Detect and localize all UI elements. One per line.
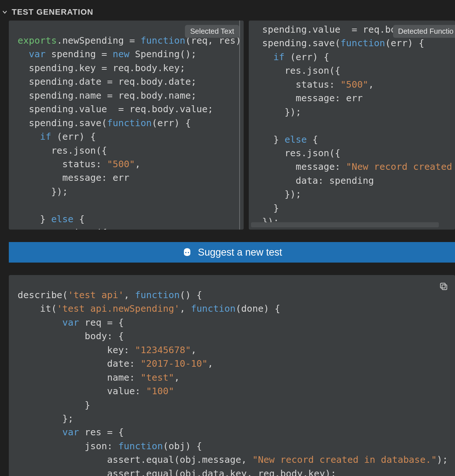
copy-icon[interactable]	[437, 280, 450, 293]
copilot-icon	[182, 247, 193, 258]
svg-rect-0	[442, 285, 447, 290]
generated-test-code: describe('test api', function() { it('te…	[9, 275, 455, 476]
suggest-test-label: Suggest a new test	[198, 247, 282, 258]
section-brushes[interactable]: BRUSHES	[0, 0, 455, 5]
suggest-test-button[interactable]: Suggest a new test	[9, 242, 455, 263]
detected-function-pane[interactable]: Detected Functio spending.value = req.bo…	[249, 21, 455, 230]
pane-tag-selected: Selected Text	[185, 25, 239, 38]
svg-rect-1	[440, 283, 445, 288]
chevron-down-icon	[1, 9, 8, 15]
section-testgen[interactable]: TEST GENERATION	[0, 5, 455, 21]
pane-tag-detected: Detected Functio	[393, 25, 455, 38]
code-panels: Selected Text exports.newSpending = func…	[0, 21, 455, 230]
selected-code: exports.newSpending = function(req, res)…	[9, 21, 244, 230]
generated-test-pane[interactable]: describe('test api', function() { it('te…	[9, 275, 455, 476]
selected-text-pane[interactable]: Selected Text exports.newSpending = func…	[9, 21, 244, 230]
horizontal-scrollbar[interactable]	[251, 222, 439, 227]
section-title-testgen: TEST GENERATION	[12, 7, 93, 17]
detected-code: spending.value = req.bo spending.save(fu…	[249, 21, 455, 230]
pane-divider	[239, 21, 240, 230]
section-title-brushes: BRUSHES	[12, 0, 54, 1]
